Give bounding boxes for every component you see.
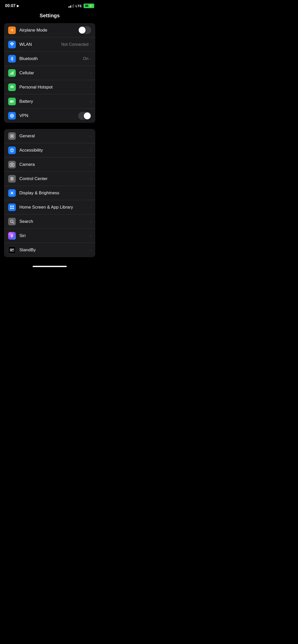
search-icon [8,218,16,225]
battery-icon: ⚡ [89,4,93,8]
bluetooth-row[interactable]: Bluetooth On › [4,52,95,66]
wlan-value: Not Connected [61,42,89,47]
standby-svg [10,248,14,252]
wlan-chevron: › [90,42,91,47]
svg-point-19 [11,179,12,180]
cellular-chevron: › [90,71,91,75]
wifi-svg [10,42,14,47]
wlan-label: WLAN [19,42,61,47]
bluetooth-chevron: › [90,57,91,61]
cellular-icon [8,69,16,77]
gear-svg [10,134,14,138]
svg-rect-1 [10,73,11,75]
standby-row[interactable]: StandBy › [4,243,95,257]
status-left: 00:07 ▶ [5,4,19,8]
search-chevron: › [90,219,91,224]
airplane-mode-row[interactable]: ✈ Airplane Mode [4,23,95,37]
accessibility-label: Accessibility [19,148,90,153]
control-center-chevron: › [90,177,91,181]
svg-point-20 [11,192,13,194]
vpn-icon [8,112,16,120]
camera-svg [10,162,14,167]
toggle-thumb [79,27,86,34]
control-center-row[interactable]: Control Center › [4,172,95,186]
svg-point-0 [12,46,12,46]
personal-hotspot-row[interactable]: Personal Hotspot › [4,80,95,94]
home-screen-icon [8,203,16,211]
display-brightness-icon [8,189,16,197]
siri-row[interactable]: Siri › [4,229,95,243]
page-title: Settings [0,10,99,23]
status-time: 00:07 [5,4,16,8]
battery-percentage: 96 [85,4,88,8]
home-screen-chevron: › [90,205,91,209]
svg-rect-29 [10,206,11,207]
display-brightness-label: Display & Brightness [19,191,90,196]
vpn-label: VPN [19,113,78,118]
bluetooth-label: Bluetooth [19,56,83,61]
homescreen-svg [10,205,14,210]
camera-label: Camera [19,162,90,167]
signal-bar-3 [72,5,73,8]
signal-bar-4 [73,4,74,8]
battery-svg [10,99,14,104]
battery-label: Battery [19,99,90,104]
sun-svg [10,191,14,195]
vpn-toggle[interactable] [78,112,91,120]
camera-chevron: › [90,163,91,167]
svg-rect-8 [13,101,14,102]
accessibility-svg [10,148,14,153]
siri-icon [8,232,16,240]
battery-row[interactable]: Battery › [4,94,95,109]
cellular-row[interactable]: Cellular › [4,66,95,80]
sliders-svg [10,177,14,181]
battery-indicator: 96 ⚡ [84,4,94,8]
accessibility-row[interactable]: Accessibility › [4,143,95,157]
location-icon: ▶ [17,4,19,8]
svg-line-24 [13,194,13,194]
svg-rect-3 [12,72,12,75]
standby-chevron: › [90,248,91,252]
wlan-icon [8,41,16,48]
battery-chevron: › [90,99,91,104]
svg-rect-31 [10,208,11,209]
cellular-label: Cellular [19,70,90,76]
globe-svg [10,113,14,118]
control-center-label: Control Center [19,176,90,181]
vpn-row[interactable]: VPN [4,109,95,123]
battery-icon-row [8,98,16,105]
general-label: General [19,134,90,139]
svg-rect-38 [10,250,11,251]
lte-label: LTE [76,4,82,8]
svg-line-28 [13,192,13,192]
camera-icon [8,161,16,168]
svg-rect-39 [12,249,13,250]
display-brightness-row[interactable]: Display & Brightness › [4,186,95,200]
home-indicator-area [0,263,99,272]
svg-rect-36 [12,249,14,252]
connectivity-group: ✈ Airplane Mode WLAN Not Connected › Blu… [4,23,95,123]
svg-rect-2 [11,72,11,75]
svg-rect-9 [10,101,12,102]
home-screen-row[interactable]: Home Screen & App Library › [4,200,95,214]
svg-point-13 [11,164,13,165]
general-row[interactable]: General › [4,129,95,143]
signal-bars [69,4,74,8]
svg-rect-35 [10,249,12,252]
standby-label: StandBy [19,247,90,253]
airplane-mode-toggle[interactable] [78,26,91,34]
display-brightness-chevron: › [90,191,91,195]
personal-hotspot-chevron: › [90,85,91,89]
personal-hotspot-label: Personal Hotspot [19,85,90,90]
general-icon [8,132,16,140]
general-settings-group: General › Accessibility › Camera › [4,129,95,257]
standby-icon [8,246,16,254]
control-center-icon [8,175,16,183]
svg-line-34 [13,222,14,223]
search-row[interactable]: Search › [4,214,95,229]
camera-row[interactable]: Camera › [4,157,95,172]
airplane-mode-label: Airplane Mode [19,28,78,33]
bluetooth-svg [10,56,14,61]
wlan-row[interactable]: WLAN Not Connected › [4,37,95,52]
hotspot-svg [10,85,14,90]
